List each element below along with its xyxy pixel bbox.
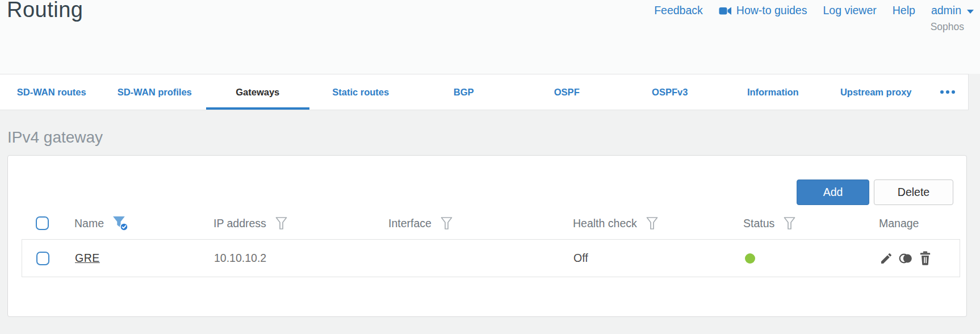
filter-active-icon[interactable] bbox=[112, 215, 128, 231]
howto-guides-link[interactable]: How-to guides bbox=[719, 4, 807, 17]
feedback-link[interactable]: Feedback bbox=[654, 4, 703, 17]
help-link[interactable]: Help bbox=[893, 4, 915, 17]
video-camera-icon bbox=[719, 6, 732, 16]
top-nav: Feedback How-to guides Log viewer Help a… bbox=[654, 4, 974, 17]
select-all-checkbox[interactable] bbox=[36, 216, 49, 230]
tab-gateways[interactable]: Gateways bbox=[206, 74, 309, 110]
page-header: Routing Feedback How-to guides Log viewe… bbox=[0, 0, 980, 74]
column-header-manage: Manage bbox=[879, 217, 919, 230]
tab-ospfv3[interactable]: OSPFv3 bbox=[618, 74, 722, 110]
clone-icon[interactable] bbox=[898, 252, 914, 265]
tab-bar: SD-WAN routes SD-WAN profiles Gateways S… bbox=[0, 74, 969, 110]
filter-icon[interactable] bbox=[275, 216, 288, 231]
filter-icon[interactable] bbox=[440, 216, 453, 231]
tab-static-routes[interactable]: Static routes bbox=[309, 74, 413, 110]
ellipsis-icon bbox=[940, 90, 944, 94]
column-header-health-check: Health check bbox=[573, 217, 637, 230]
more-tabs-button[interactable] bbox=[928, 74, 969, 110]
status-indicator bbox=[745, 253, 755, 264]
tab-sd-wan-profiles[interactable]: SD-WAN profiles bbox=[103, 74, 207, 110]
delete-button[interactable]: Delete bbox=[874, 179, 953, 205]
column-header-ip-address: IP address bbox=[213, 217, 266, 230]
tab-information[interactable]: Information bbox=[722, 74, 825, 110]
user-menu[interactable]: admin bbox=[931, 4, 974, 17]
health-check-cell: Off bbox=[573, 252, 588, 265]
chevron-down-icon bbox=[967, 10, 974, 14]
tab-sd-wan-routes[interactable]: SD-WAN routes bbox=[0, 74, 103, 110]
gateway-name-link[interactable]: GRE bbox=[75, 252, 100, 265]
filter-icon[interactable] bbox=[783, 216, 796, 231]
table-header: Name IP address Interface Health check bbox=[22, 211, 960, 235]
delete-icon[interactable] bbox=[919, 251, 932, 265]
table-row: GRE 10.10.10.2 Off bbox=[22, 239, 960, 277]
filter-icon[interactable] bbox=[646, 216, 659, 231]
ip-address-cell: 10.10.10.2 bbox=[214, 252, 266, 265]
section-heading: IPv4 gateway bbox=[7, 128, 103, 147]
add-button[interactable]: Add bbox=[797, 179, 869, 205]
tab-bgp[interactable]: BGP bbox=[412, 74, 516, 110]
gateway-card: Add Delete Name IP address Interface bbox=[7, 155, 967, 317]
log-viewer-link[interactable]: Log viewer bbox=[823, 4, 876, 17]
brand-label: Sophos bbox=[931, 21, 964, 33]
column-header-name: Name bbox=[74, 217, 104, 230]
tab-ospf[interactable]: OSPF bbox=[516, 74, 619, 110]
tab-upstream-proxy[interactable]: Upstream proxy bbox=[824, 74, 928, 110]
column-header-interface: Interface bbox=[388, 217, 432, 230]
page-title: Routing bbox=[7, 0, 83, 22]
row-checkbox[interactable] bbox=[36, 252, 49, 265]
column-header-status: Status bbox=[743, 217, 774, 230]
edit-icon[interactable] bbox=[880, 252, 893, 265]
